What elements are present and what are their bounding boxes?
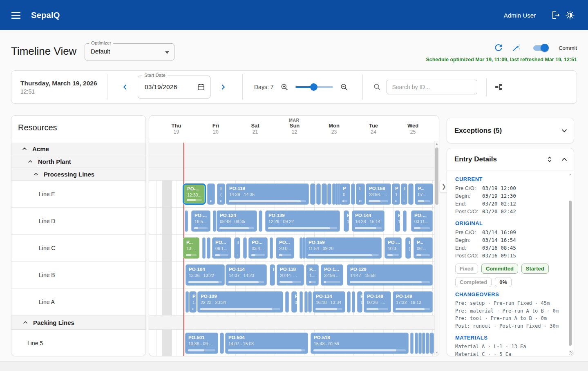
- gantt-bar-i[interactable]: I(: [405, 237, 411, 259]
- gantt-bar-po-144[interactable]: PO-14416:28 - 16:14: [352, 210, 385, 232]
- day-header-sun[interactable]: Sun22: [275, 123, 315, 135]
- gantt-bar-i[interactable]: I:: [401, 183, 407, 205]
- gantt-bar-small[interactable]: [351, 183, 355, 205]
- logout-icon[interactable]: [550, 9, 561, 21]
- gantt-bar-p[interactable]: P0: [340, 183, 350, 205]
- zoom-out-icon[interactable]: [339, 82, 349, 92]
- exceptions-panel[interactable]: Exceptions (5): [447, 118, 574, 143]
- gantt-bar-po[interactable]: PO-...12:30...: [183, 183, 206, 205]
- day-header-thu[interactable]: Thu19: [157, 123, 196, 135]
- gantt-bar-po-114[interactable]: PO-11414:37 - 14:23: [226, 264, 267, 286]
- prev-day-button[interactable]: [118, 80, 132, 94]
- gantt-bar-i[interactable]: I: [356, 183, 365, 205]
- optimizer-select[interactable]: Optimizer Default: [85, 43, 174, 60]
- scroll-up-icon[interactable]: ▲: [435, 142, 439, 145]
- gantt-bar-po-1[interactable]: PO-1...22:56 ...: [321, 264, 343, 286]
- day-header-fri[interactable]: Fri20: [196, 123, 236, 135]
- gantt-bar-small[interactable]: [213, 210, 216, 232]
- gantt-bar-small[interactable]: [403, 210, 407, 232]
- tree-view-icon[interactable]: [493, 82, 504, 92]
- gantt-bar-small[interactable]: [322, 183, 327, 205]
- day-header-wed[interactable]: Wed25: [393, 123, 433, 135]
- gantt-bar-small[interactable]: [207, 237, 210, 259]
- start-date-field[interactable]: Start Date 03/19/2026: [138, 76, 210, 98]
- gantt-bar-p[interactable]: P1: [189, 291, 197, 313]
- gantt-bar-small[interactable]: [415, 333, 418, 354]
- gantt-bar-p[interactable]: P...06:...: [414, 237, 433, 259]
- gantt-bar-po[interactable]: PO...20:0...: [276, 237, 294, 259]
- gantt-bar-small[interactable]: [243, 237, 247, 259]
- zoom-slider-thumb[interactable]: [310, 83, 317, 91]
- gantt-bar-po-129[interactable]: PO-12914:47 - 15:58: [347, 264, 433, 286]
- day-header-tue[interactable]: Tue24: [354, 123, 393, 135]
- unfold-icon[interactable]: [544, 154, 555, 165]
- gantt-bar-small[interactable]: [422, 333, 425, 354]
- gantt-bar-po[interactable]: PO-...10:3...: [385, 237, 402, 259]
- resource-group-processing-lines[interactable]: Processing Lines: [11, 168, 145, 181]
- gantt-bar-small[interactable]: [410, 333, 414, 354]
- gantt-bar-po-109[interactable]: PO-10922:23 - 23:34: [197, 291, 283, 313]
- entry-details-scrollbar-thumb[interactable]: [569, 201, 572, 346]
- resource-group-packing-lines[interactable]: Packing Lines: [11, 315, 145, 330]
- hamburger-menu-icon[interactable]: [10, 9, 22, 21]
- gantt-bar-small[interactable]: [259, 210, 262, 232]
- resource-group-north-plant[interactable]: North Plant: [11, 155, 145, 168]
- gantt-bar-po[interactable]: PO...06:1...: [212, 237, 231, 259]
- refresh-icon[interactable]: [493, 42, 504, 53]
- gantt-bar-p[interactable]: P1: [392, 183, 400, 205]
- gantt-bar-small[interactable]: [220, 333, 224, 354]
- gantt-bar-small[interactable]: [327, 183, 331, 205]
- gantt-bar-small[interactable]: [185, 210, 188, 232]
- next-day-button[interactable]: [216, 80, 230, 94]
- gantt-bar-small[interactable]: [186, 291, 189, 313]
- panel-resize-handle[interactable]: [568, 351, 573, 355]
- gantt-bar-small[interactable]: [426, 333, 429, 354]
- gantt-bar-i[interactable]: I: [234, 237, 240, 259]
- gantt-bar-small[interactable]: [310, 183, 315, 205]
- gantt-bar-po-158[interactable]: PO-15823:56 - ...: [366, 183, 391, 205]
- resource-group-acme[interactable]: Acme: [11, 143, 145, 155]
- gantt-bar-p[interactable]: P0: [291, 291, 297, 313]
- chevron-up-icon[interactable]: [559, 154, 570, 165]
- collapse-icon[interactable]: [21, 145, 28, 152]
- gantt-bar-p[interactable]: P...13...: [183, 237, 199, 259]
- gantt-bar-small[interactable]: [270, 237, 273, 259]
- gantt-bar-p[interactable]: P...1...: [306, 264, 319, 286]
- gantt-bar-small[interactable]: [308, 291, 312, 313]
- gantt-bar-p[interactable]: P1: [344, 210, 349, 232]
- day-header-mon[interactable]: Mon23: [314, 123, 354, 135]
- scroll-down-icon[interactable]: ▼: [435, 351, 439, 354]
- magic-wand-icon[interactable]: [511, 42, 522, 53]
- search-input[interactable]: [387, 80, 477, 94]
- gantt-bar-small[interactable]: [352, 291, 355, 313]
- gantt-bar-po-159[interactable]: PO-15911:54 - 09:20: [305, 237, 382, 259]
- gantt-bar-po-149[interactable]: PO-14917:32 - 19:13: [393, 291, 433, 313]
- gantt-bar-po-504[interactable]: PO-50414:07 - 15:03: [225, 333, 308, 354]
- gantt-bar-po[interactable]: PO...03:4...: [248, 237, 268, 259]
- gantt-bar-po-124[interactable]: PO-12408:49 - 08:35: [217, 210, 257, 232]
- gantt-bar-small[interactable]: [408, 183, 414, 205]
- gantt-bar-po-134[interactable]: PO-13416:18 - 13:34: [313, 291, 345, 313]
- gantt-bar-small[interactable]: [202, 237, 206, 259]
- collapse-icon[interactable]: [33, 171, 39, 177]
- gantt-bar-po-501[interactable]: PO-50113:36 - 09:...: [185, 333, 218, 354]
- day-header-sat[interactable]: Sat21: [235, 123, 275, 135]
- collapse-icon[interactable]: [27, 158, 34, 165]
- commit-toggle[interactable]: [533, 44, 548, 52]
- gantt-bar-i[interactable]: I: [270, 264, 275, 286]
- gantt-bar-small[interactable]: [300, 291, 303, 313]
- gantt-bar-small[interactable]: [347, 291, 351, 313]
- gantt-bar-po[interactable]: PO-...16:5...: [191, 210, 210, 232]
- gantt-bar-po-104[interactable]: PO-10413:36 - 13:22: [186, 264, 225, 286]
- gantt-bar-po-518[interactable]: PO-51815:48 - 01:59: [311, 333, 409, 354]
- gantt-bar-po-148[interactable]: PO-14800:26 - ...: [364, 291, 391, 313]
- scroll-up-icon[interactable]: ▲: [568, 173, 572, 176]
- gantt-bar-small[interactable]: [429, 333, 434, 354]
- gantt-bar-p[interactable]: P1: [395, 210, 400, 232]
- gantt-bar-small[interactable]: [285, 291, 289, 313]
- zoom-in-icon[interactable]: [279, 82, 290, 92]
- theme-toggle-icon[interactable]: [564, 9, 576, 21]
- gantt-bar-small[interactable]: [304, 291, 308, 313]
- entry-details-scrollbar[interactable]: ▲ ▼: [568, 172, 572, 354]
- gantt-bar-po-118[interactable]: PO-11820:44 -...: [277, 264, 304, 286]
